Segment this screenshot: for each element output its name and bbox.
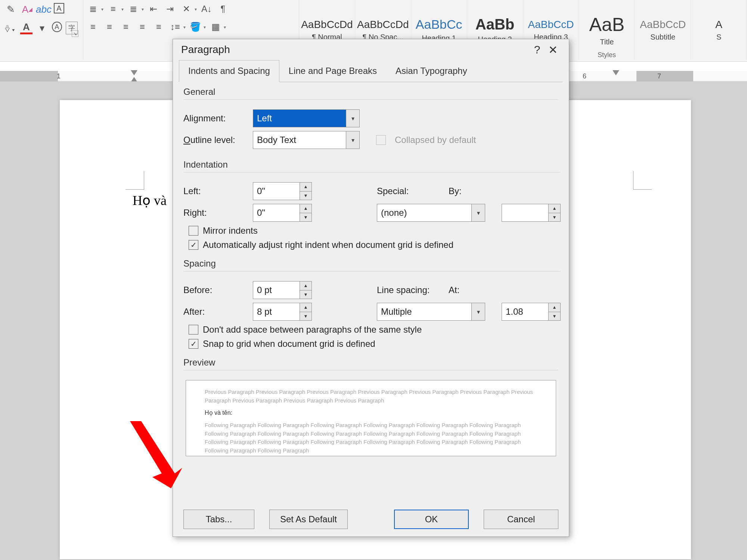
font-dialog-launcher-icon[interactable]: ↘ <box>72 30 78 37</box>
cancel-button[interactable]: Cancel <box>484 510 558 529</box>
mirror-indents-label: Mirror indents <box>203 225 258 236</box>
document-text[interactable]: Họ và <box>133 193 167 208</box>
after-input[interactable]: 8 pt▲▼ <box>253 303 312 321</box>
special-label: Special: <box>377 186 444 196</box>
special-select[interactable]: (none)▾ <box>377 204 485 222</box>
indentation-section: Indentation Left: 0"▲▼ Special: By: Righ… <box>183 159 561 252</box>
tab-indents-spacing[interactable]: Indents and Spacing <box>179 60 279 82</box>
mirror-indents-checkbox[interactable] <box>189 226 198 236</box>
style-title[interactable]: AaBTitle <box>579 0 635 60</box>
sort-icon[interactable]: A↓ <box>200 2 213 16</box>
alignment-select[interactable]: Left▾ <box>253 109 360 127</box>
dont-add-space-label: Don't add space between paragraphs of th… <box>203 324 422 335</box>
spin-up-icon[interactable]: ▲ <box>548 204 560 213</box>
style-name: Title <box>600 38 614 46</box>
spin-up-icon[interactable]: ▲ <box>300 183 311 192</box>
outline-level-select[interactable]: Body Text▾ <box>253 131 360 149</box>
bullets-icon[interactable]: ≣ <box>86 2 100 16</box>
indent-left-label: Left: <box>183 186 248 196</box>
preview-sample-text: Họ và tên: <box>205 408 537 417</box>
show-marks-icon[interactable]: ¶ <box>216 2 230 16</box>
asian-layout-icon[interactable]: ✕ <box>180 2 193 16</box>
auto-adjust-checkbox[interactable] <box>189 240 198 250</box>
font-color-dropdown-icon[interactable]: ▾ <box>36 22 48 34</box>
preview-prev-text: Previous Paragraph Previous Paragraph Pr… <box>205 388 537 405</box>
spin-up-icon[interactable]: ▲ <box>300 204 311 213</box>
multilevel-list-icon[interactable]: ≣ <box>127 2 140 16</box>
ok-button[interactable]: OK <box>394 510 469 529</box>
ruler-margin-left <box>0 71 58 81</box>
dialog-titlebar[interactable]: Paragraph ? ✕ <box>173 39 569 60</box>
dont-add-space-checkbox[interactable] <box>189 325 198 335</box>
help-button[interactable]: ? <box>529 43 545 56</box>
chevron-down-icon: ▾ <box>346 131 359 149</box>
format-painter-icon[interactable]: ✎ <box>4 3 17 16</box>
borders-icon[interactable]: ▦ <box>209 20 222 34</box>
spin-up-icon[interactable]: ▲ <box>300 303 311 312</box>
indent-right-label: Right: <box>183 208 248 218</box>
snap-grid-checkbox[interactable] <box>189 339 198 349</box>
style-sample: AaBbCcD <box>528 19 574 31</box>
highlight-color-icon[interactable]: ⎀▾ <box>4 22 16 34</box>
snap-grid-label: Snap to grid when document grid is defin… <box>203 339 375 349</box>
spin-up-icon[interactable]: ▲ <box>300 281 311 290</box>
styles-group-label: Styles <box>598 51 616 59</box>
style-s[interactable]: AS <box>691 0 747 60</box>
close-button[interactable]: ✕ <box>545 43 561 56</box>
after-label: After: <box>183 307 248 317</box>
decrease-indent-icon[interactable]: ⇤ <box>147 2 160 16</box>
alignment-label: Alignment: <box>183 113 248 124</box>
enclose-char-icon[interactable]: A <box>52 22 62 32</box>
at-input[interactable]: 1.08▲▼ <box>502 303 561 321</box>
tabs-button[interactable]: Tabs... <box>183 510 254 529</box>
indent-right-input[interactable]: 0"▲▼ <box>253 204 312 222</box>
preview-box: Previous Paragraph Previous Paragraph Pr… <box>186 380 556 456</box>
tab-asian-typography[interactable]: Asian Typography <box>386 60 477 82</box>
style-sample: AaBbCcDd <box>301 19 353 31</box>
line-spacing-icon[interactable]: ↕≡ <box>168 20 182 34</box>
style-sample: AaBbCc <box>416 17 462 32</box>
align-center-icon[interactable]: ≡ <box>103 20 116 34</box>
spin-up-icon[interactable]: ▲ <box>548 303 560 312</box>
ruler-tick: 6 <box>583 72 586 80</box>
shading-icon[interactable]: 🪣 <box>189 20 202 34</box>
indent-left-input[interactable]: 0"▲▼ <box>253 182 312 200</box>
spin-down-icon[interactable]: ▼ <box>548 213 560 222</box>
chevron-down-icon: ▾ <box>471 204 485 221</box>
dialog-buttons: Tabs... Set As Default OK Cancel <box>173 510 569 529</box>
align-right-icon[interactable]: ≡ <box>119 20 133 34</box>
line-spacing-select[interactable]: Multiple▾ <box>377 303 485 321</box>
before-input[interactable]: 0 pt▲▼ <box>253 281 312 299</box>
clear-format-icon[interactable]: A◢ <box>21 3 34 16</box>
spin-down-icon[interactable]: ▼ <box>300 213 311 222</box>
spin-down-icon[interactable]: ▼ <box>300 192 311 200</box>
style-name: S <box>716 33 721 41</box>
numbering-icon[interactable]: ≡ <box>106 2 120 16</box>
ruler-tick: 7 <box>657 72 661 80</box>
distributed-icon[interactable]: ≡ <box>152 20 165 34</box>
justify-icon[interactable]: ≡ <box>136 20 149 34</box>
spin-down-icon[interactable]: ▼ <box>300 290 311 299</box>
font-color-icon[interactable]: A <box>20 22 32 34</box>
right-indent-marker-icon[interactable] <box>613 70 619 75</box>
dialog-tabs: Indents and Spacing Line and Page Breaks… <box>179 60 563 82</box>
tab-line-page-breaks[interactable]: Line and Page Breaks <box>279 60 386 82</box>
increase-indent-icon[interactable]: ⇥ <box>163 2 177 16</box>
dialog-body: General Alignment: Left▾ Outline level: … <box>173 82 569 456</box>
set-default-button[interactable]: Set As Default <box>269 510 348 529</box>
style-subtitle[interactable]: AaBbCcDSubtitle <box>635 0 691 60</box>
by-input[interactable]: ▲▼ <box>502 204 561 222</box>
style-sample: AaB <box>589 14 625 35</box>
style-sample: AaBb <box>475 16 514 33</box>
first-line-indent-marker-icon[interactable] <box>131 70 137 75</box>
spacing-section: Spacing Before: 0 pt▲▼ Line spacing: At:… <box>183 258 561 351</box>
spin-down-icon[interactable]: ▼ <box>548 312 560 321</box>
margin-corner-icon <box>125 171 144 190</box>
align-left-icon[interactable]: ≡ <box>86 20 100 34</box>
character-border-icon[interactable]: A <box>54 3 64 13</box>
indentation-legend: Indentation <box>183 159 561 172</box>
general-section: General Alignment: Left▾ Outline level: … <box>183 87 558 153</box>
ruler-margin-right <box>636 71 693 81</box>
text-effects-icon[interactable]: abc <box>37 3 50 16</box>
spin-down-icon[interactable]: ▼ <box>300 312 311 321</box>
